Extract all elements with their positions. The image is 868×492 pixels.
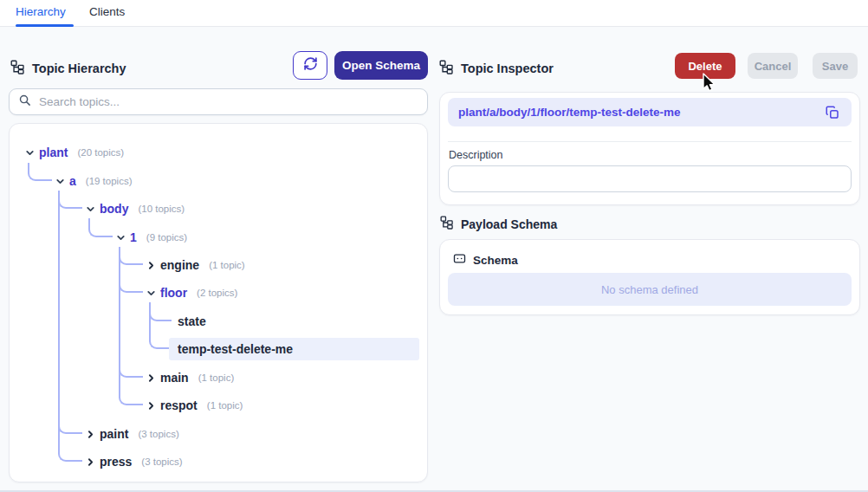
chevron-right-icon[interactable] <box>145 399 157 411</box>
tree-node-floor[interactable]: floor (2 topics) <box>145 282 237 304</box>
tree-node-state[interactable]: state <box>178 310 206 333</box>
tab-hierarchy[interactable]: Hierarchy <box>16 5 66 18</box>
tree-node-temp-test-delete-me[interactable]: temp-test-delete-me <box>169 338 419 360</box>
inspector-divider <box>448 141 852 142</box>
delete-button[interactable]: Delete <box>675 53 735 79</box>
description-input[interactable] <box>448 165 852 192</box>
chevron-down-icon[interactable] <box>145 287 157 299</box>
chevron-right-icon[interactable] <box>145 259 157 271</box>
chevron-right-icon[interactable] <box>145 372 157 384</box>
topic-path: plant/a/body/1/floor/temp-test-delete-me <box>458 106 824 119</box>
description-label: Description <box>449 149 503 161</box>
topic-hierarchy-header: Topic Hierarchy <box>10 60 126 77</box>
search-input[interactable] <box>39 95 418 108</box>
topic-inspector-title: Topic Inspector <box>461 62 554 75</box>
tree-node-1[interactable]: 1 (9 topics) <box>114 226 187 249</box>
chevron-down-icon[interactable] <box>114 231 126 243</box>
tab-bar: Hierarchy Clients <box>0 0 868 27</box>
tree-connector <box>28 163 52 181</box>
app-window: Hierarchy Clients Topic Hierarchy Open S… <box>0 0 868 492</box>
tree-connector <box>88 218 113 237</box>
active-tab-underline <box>16 24 74 27</box>
search-icon <box>18 94 31 110</box>
refresh-icon <box>303 56 318 74</box>
chevron-down-icon[interactable] <box>54 175 66 187</box>
search-box <box>9 88 428 115</box>
tab-clients[interactable]: Clients <box>89 5 125 18</box>
chevron-right-icon[interactable] <box>84 456 96 468</box>
copy-button[interactable] <box>824 104 841 121</box>
payload-schema-title: Payload Schema <box>461 217 557 231</box>
tree-node-engine[interactable]: engine (1 topic) <box>145 254 245 276</box>
tree-node-press[interactable]: press (3 topics) <box>84 450 183 473</box>
topic-hierarchy-icon <box>10 60 25 77</box>
tree-node-paint[interactable]: paint (3 topics) <box>84 423 179 445</box>
tree-node-body[interactable]: body (10 topics) <box>84 197 185 220</box>
tree-node-plant[interactable]: plant (20 topics) <box>23 141 124 164</box>
payload-schema-header: Payload Schema <box>440 216 557 232</box>
open-schema-button[interactable]: Open Schema <box>334 51 428 80</box>
tree-node-a[interactable]: a (19 topics) <box>54 170 132 192</box>
schema-label-row: Schema <box>453 252 518 268</box>
refresh-button[interactable] <box>293 51 327 80</box>
no-schema-text: No schema defined <box>601 283 698 296</box>
cancel-button[interactable]: Cancel <box>748 53 798 79</box>
tree-connector <box>58 191 82 462</box>
tree-node-respot[interactable]: respot (1 topic) <box>145 394 243 417</box>
save-button[interactable]: Save <box>813 53 858 79</box>
tree-node-main[interactable]: main (1 topic) <box>145 366 234 389</box>
no-schema-box: No schema defined <box>448 273 852 306</box>
payload-schema-icon <box>440 216 454 232</box>
chevron-right-icon[interactable] <box>84 428 96 440</box>
topic-inspector-header: Topic Inspector <box>439 60 554 77</box>
topic-hierarchy-title: Topic Hierarchy <box>32 62 126 75</box>
schema-icon <box>453 252 466 268</box>
schema-label: Schema <box>473 254 518 267</box>
tree-connector <box>119 247 143 405</box>
chevron-down-icon[interactable] <box>23 146 36 159</box>
topic-inspector-icon <box>439 60 454 77</box>
chevron-down-icon[interactable] <box>84 203 96 215</box>
topic-path-box: plant/a/body/1/floor/temp-test-delete-me <box>448 98 852 126</box>
